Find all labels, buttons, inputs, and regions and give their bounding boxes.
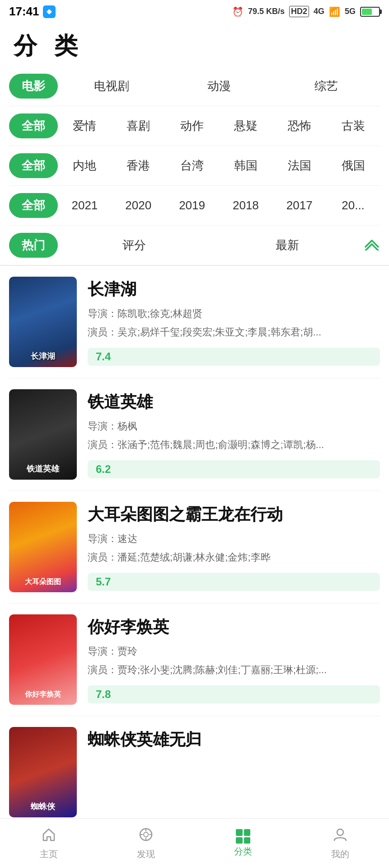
status-left: 17:41	[9, 5, 56, 19]
movie-title-spider[interactable]: 蜘蛛侠英雄无归	[88, 729, 380, 751]
movie-item-spider: 蜘蛛侠英雄无归	[9, 716, 380, 828]
filter-option-variety[interactable]: 综艺	[272, 74, 380, 99]
movie-title-daerduo[interactable]: 大耳朵图图之霸王龙在行动	[88, 504, 380, 526]
movie-rating-changjihu: 7.4	[88, 348, 380, 366]
filter-option-costume[interactable]: 古装	[326, 113, 380, 138]
user-icon	[333, 827, 348, 846]
filter-option-2021[interactable]: 2021	[58, 194, 112, 217]
filter-row-sort: 热门 评分 最新	[9, 226, 380, 265]
movie-poster-daerduo[interactable]	[9, 502, 77, 592]
bottom-nav: 主页 发现 分类 我的	[0, 818, 389, 868]
movie-title-nihao[interactable]: 你好李焕英	[88, 616, 380, 638]
filter-option-mystery[interactable]: 悬疑	[219, 113, 272, 138]
filter-option-tv[interactable]: 电视剧	[58, 74, 165, 99]
filter-year-options: 2021 2020 2019 2018 2017 20...	[58, 194, 380, 217]
filter-option-2020[interactable]: 2020	[112, 194, 165, 217]
movie-title-tiedao[interactable]: 铁道英雄	[88, 391, 380, 413]
movie-rating-nihao: 7.8	[88, 685, 380, 703]
filter-genre-options: 爱情 喜剧 动作 悬疑 恐怖 古装	[58, 113, 380, 138]
filter-option-2019[interactable]: 2019	[165, 194, 219, 217]
filter-active-hot[interactable]: 热门	[9, 233, 58, 258]
home-icon	[41, 827, 56, 846]
movie-item-tiedao: 铁道英雄 导演：杨枫 演员：张涵予;范伟;魏晨;周也;俞灏明;森博之;谭凯;杨.…	[9, 378, 380, 491]
filter-option-2018[interactable]: 2018	[219, 194, 272, 217]
filter-option-2017[interactable]: 2017	[272, 194, 326, 217]
movie-rating-daerduo: 5.7	[88, 573, 380, 591]
filter-option-korea[interactable]: 韩国	[219, 153, 272, 178]
discover-icon	[138, 827, 154, 846]
movie-poster-tiedao[interactable]	[9, 389, 77, 480]
filter-active-genre[interactable]: 全部	[9, 113, 58, 138]
filter-option-anime[interactable]: 动漫	[165, 74, 273, 99]
filter-option-more-years[interactable]: 20...	[326, 194, 380, 217]
movie-poster-nihao[interactable]	[9, 614, 77, 705]
filter-option-romance[interactable]: 爱情	[58, 113, 112, 138]
movie-director-tiedao: 导演：杨枫	[88, 419, 380, 434]
filter-option-rating[interactable]: 评分	[58, 233, 211, 258]
nav-home-label: 主页	[40, 848, 58, 860]
battery-icon	[360, 7, 380, 17]
page-title: 分 类	[0, 21, 389, 66]
status-bar: 17:41 ⏰ 79.5 KB/s HD2 4G 📶 5G	[0, 0, 389, 21]
movie-info-changjihu: 长津湖 导演：陈凯歌;徐克;林超贤 演员：吴京;易烊千玺;段奕宏;朱亚文;李晨;…	[88, 277, 380, 367]
app-icon	[43, 5, 56, 18]
filter-option-action[interactable]: 动作	[165, 113, 219, 138]
nav-profile[interactable]: 我的	[292, 822, 389, 865]
filter-active-year[interactable]: 全部	[9, 193, 58, 218]
movie-item-nihao: 你好李焕英 导演：贾玲 演员：贾玲;张小斐;沈腾;陈赫;刘佳;丁嘉丽;王琳;杜源…	[9, 604, 380, 716]
filter-option-france[interactable]: 法国	[272, 153, 326, 178]
hd2-label: HD2	[289, 6, 309, 17]
filter-option-comedy[interactable]: 喜剧	[112, 113, 165, 138]
filter-row-year: 全部 2021 2020 2019 2018 2017 20...	[9, 186, 380, 226]
collapse-filter-button[interactable]	[364, 237, 380, 254]
movie-info-spider: 蜘蛛侠英雄无归	[88, 727, 380, 817]
filter-active-movie[interactable]: 电影	[9, 74, 58, 99]
network-speed: 79.5 KB/s	[248, 7, 285, 16]
movie-cast-changjihu: 演员：吴京;易烊千玺;段奕宏;朱亚文;李晨;韩东君;胡...	[88, 325, 380, 340]
nav-discover[interactable]: 发现	[97, 822, 194, 865]
movie-director-daerduo: 导演：速达	[88, 531, 380, 546]
filter-type-options: 电视剧 动漫 综艺	[58, 74, 380, 99]
movie-info-nihao: 你好李焕英 导演：贾玲 演员：贾玲;张小斐;沈腾;陈赫;刘佳;丁嘉丽;王琳;杜源…	[88, 614, 380, 705]
4g-icon: 4G	[314, 7, 324, 16]
movie-cast-tiedao: 演员：张涵予;范伟;魏晨;周也;俞灏明;森博之;谭凯;杨...	[88, 437, 380, 452]
filter-sort-options: 评分 最新	[58, 233, 364, 258]
filter-option-russia[interactable]: 俄国	[326, 153, 380, 178]
svg-point-1	[144, 832, 148, 837]
movie-director-nihao: 导演：贾玲	[88, 644, 380, 659]
filter-section: 电影 电视剧 动漫 综艺 全部 爱情 喜剧 动作 悬疑 恐怖 古装 全部 内地 …	[0, 66, 389, 265]
movie-cast-nihao: 演员：贾玲;张小斐;沈腾;陈赫;刘佳;丁嘉丽;王琳;杜源;...	[88, 662, 380, 677]
filter-row-genre: 全部 爱情 喜剧 动作 悬疑 恐怖 古装	[9, 106, 380, 146]
category-icon	[236, 829, 250, 844]
filter-row-region: 全部 内地 香港 台湾 韩国 法国 俄国	[9, 146, 380, 186]
status-right: ⏰ 79.5 KB/s HD2 4G 📶 5G	[232, 6, 380, 17]
filter-row-type: 电影 电视剧 动漫 综艺	[9, 66, 380, 106]
nav-home[interactable]: 主页	[0, 822, 97, 865]
filter-active-region[interactable]: 全部	[9, 153, 58, 178]
filter-option-mainland[interactable]: 内地	[58, 153, 112, 178]
movie-rating-tiedao: 6.2	[88, 460, 380, 478]
filter-option-newest[interactable]: 最新	[211, 233, 364, 258]
movie-poster-changjihu[interactable]	[9, 277, 77, 367]
nav-discover-label: 发现	[137, 848, 155, 860]
nav-category[interactable]: 分类	[195, 825, 292, 862]
filter-option-hk[interactable]: 香港	[112, 153, 165, 178]
status-time: 17:41	[9, 5, 39, 19]
filter-option-taiwan[interactable]: 台湾	[165, 153, 219, 178]
5g-icon: 5G	[345, 7, 356, 16]
nav-profile-label: 我的	[331, 848, 349, 860]
movie-poster-spider[interactable]	[9, 727, 77, 817]
movie-cast-daerduo: 演员：潘延;范楚绒;胡谦;林永健;金炜;李晔	[88, 550, 380, 565]
nav-category-label: 分类	[234, 845, 252, 858]
movie-info-tiedao: 铁道英雄 导演：杨枫 演员：张涵予;范伟;魏晨;周也;俞灏明;森博之;谭凯;杨.…	[88, 389, 380, 480]
alarm-icon: ⏰	[232, 6, 244, 17]
svg-point-6	[337, 829, 343, 835]
signal-icon: 📶	[329, 6, 340, 17]
movie-director-changjihu: 导演：陈凯歌;徐克;林超贤	[88, 306, 380, 321]
movie-item-changjihu: 长津湖 导演：陈凯歌;徐克;林超贤 演员：吴京;易烊千玺;段奕宏;朱亚文;李晨;…	[9, 266, 380, 378]
filter-option-horror[interactable]: 恐怖	[272, 113, 326, 138]
movie-list: 长津湖 导演：陈凯歌;徐克;林超贤 演员：吴京;易烊千玺;段奕宏;朱亚文;李晨;…	[0, 266, 389, 828]
movie-title-changjihu[interactable]: 长津湖	[88, 278, 380, 301]
movie-item-daerduo: 大耳朵图图之霸王龙在行动 导演：速达 演员：潘延;范楚绒;胡谦;林永健;金炜;李…	[9, 491, 380, 604]
movie-info-daerduo: 大耳朵图图之霸王龙在行动 导演：速达 演员：潘延;范楚绒;胡谦;林永健;金炜;李…	[88, 502, 380, 592]
